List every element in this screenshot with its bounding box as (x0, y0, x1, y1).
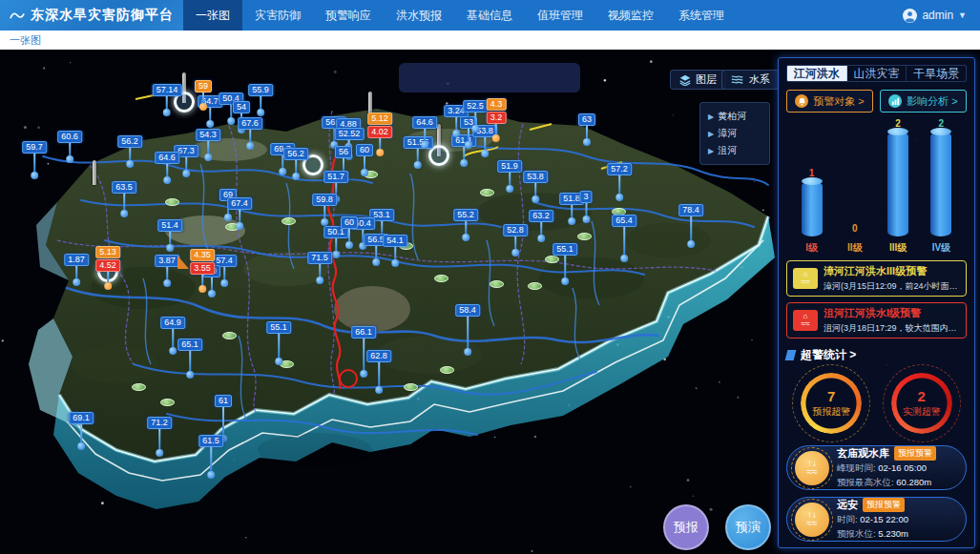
water-level-marker[interactable]: 59.8 (312, 194, 337, 226)
water-level-marker[interactable]: 59.7 (22, 141, 47, 179)
marker-stem-icon (534, 183, 536, 196)
reservoir-icon (490, 280, 504, 288)
water-level-marker[interactable]: 71.5 (307, 252, 332, 284)
tab-山洪灾害[interactable]: 山洪灾害 (847, 66, 907, 81)
water-level-marker[interactable]: 55.1 (553, 243, 577, 285)
nav-item[interactable]: 基础信息 (454, 0, 525, 31)
water-level-marker[interactable]: 56.2 (117, 135, 142, 168)
water-level-marker[interactable]: 55.1 (266, 321, 291, 365)
layers-button[interactable]: 图层 (670, 70, 726, 90)
water-level-marker[interactable]: 52.8 (503, 224, 528, 256)
marker-stem-icon (364, 156, 365, 170)
monitoring-tower (93, 160, 96, 185)
station-card[interactable]: ↑↓≈≈玄庙观水库预报预警峰现时间: 02-16 05:00预报最高水位: 60… (786, 445, 967, 490)
water-level-marker[interactable]: 78.4 (678, 204, 703, 248)
water-level-marker[interactable]: 64.6 (412, 116, 437, 149)
warning-card[interactable]: ⌂≈≈漳河江河洪水III级预警漳河(3月15日12:09，前24小时面雨量230… (786, 260, 967, 297)
water-level-marker[interactable]: 52.5 (463, 100, 488, 133)
water-level-value: 58.4 (455, 304, 480, 317)
marker-pin-icon (452, 130, 460, 137)
water-level-marker[interactable]: 67.4 (227, 197, 252, 230)
nav-item[interactable]: 预警响应 (313, 0, 384, 31)
water-level-marker[interactable]: 3.87 (155, 255, 179, 287)
water-level-marker[interactable]: 65.4 (612, 215, 636, 262)
water-level-marker[interactable]: 54.3 (196, 129, 220, 161)
marker-stem-icon (571, 205, 573, 218)
water-level-marker[interactable]: 55.2 (453, 209, 478, 241)
marker-pin-icon (31, 172, 38, 179)
marker-pin-icon (568, 217, 575, 225)
water-level-marker[interactable]: 60 (341, 216, 358, 249)
nav-item[interactable]: 洪水预报 (384, 0, 454, 31)
marker-stem-icon (207, 141, 209, 154)
tab-干旱场景[interactable]: 干旱场景 (907, 66, 966, 81)
nav-item[interactable]: 一张图 (183, 0, 242, 31)
river-menu-item[interactable]: ▶黄柏河 (708, 108, 761, 125)
warning-card[interactable]: ⌂≈≈沮河江河洪水I级预警沮河(3月18日17:29，较大范围内前24小时雨..… (786, 302, 967, 339)
triangle-right-icon: ▶ (708, 130, 714, 138)
app-header: 东深水旱灾害防御平台 一张图灾害防御预警响应洪水预报基础信息值班管理视频监控系统… (0, 0, 980, 31)
water-level-marker[interactable]: 67.6 (238, 117, 262, 150)
marker-stem-icon (463, 147, 465, 160)
stats-header[interactable]: 超警统计 > (786, 347, 967, 363)
user-avatar-icon (903, 9, 917, 23)
water-level-marker[interactable]: 62.8 (366, 350, 391, 394)
nav-item[interactable]: 灾害防御 (242, 0, 313, 31)
marker-stem-icon (319, 264, 321, 277)
water-level-marker[interactable]: 63 (578, 113, 595, 146)
alert-level-marker[interactable]: 5.124.02 (367, 113, 392, 156)
breadcrumb-item[interactable]: 一张图 (10, 33, 41, 48)
water-level-marker[interactable]: 55.9 (248, 84, 273, 116)
chart-bar-column: 1I级 (793, 168, 831, 255)
tab-江河洪水[interactable]: 江河洪水 (787, 66, 847, 81)
water-level-marker[interactable]: 63.5 (112, 181, 136, 217)
water-level-marker[interactable]: 56.2 (283, 148, 308, 180)
river-menu-item[interactable]: ▶漳河 (708, 125, 761, 142)
water-level-marker[interactable]: 57.2 (607, 163, 632, 201)
water-level-marker[interactable]: 63.2 (529, 210, 553, 242)
alert-level-marker[interactable]: 5.134.52 (95, 246, 120, 290)
alert-level-marker[interactable]: 59 (195, 80, 212, 111)
forecast-button[interactable]: 预报 (663, 504, 709, 550)
water-level-marker[interactable]: 71.2 (147, 417, 172, 457)
water-level-marker[interactable]: 69.1 (69, 412, 94, 450)
station-cards: ↑↓≈≈玄庙观水库预报预警峰现时间: 02-16 05:00预报最高水位: 60… (786, 445, 967, 542)
water-level-marker[interactable]: 65.1 (177, 339, 202, 379)
water-level-value: 56.2 (117, 135, 142, 148)
water-level-marker[interactable]: 53.8 (523, 171, 548, 203)
water-level-marker[interactable]: 61.5 (198, 435, 223, 479)
water-level-marker[interactable]: 60.6 (57, 131, 82, 163)
nav-item[interactable]: 值班管理 (525, 0, 595, 31)
water-level-marker[interactable]: 58.4 (455, 304, 480, 356)
water-level-marker[interactable]: 57.14 (153, 84, 182, 116)
marker-pin-icon (464, 348, 471, 356)
marker-pin-icon (236, 222, 243, 230)
map-canvas[interactable]: 图层 水系 ▶黄柏河▶漳河▶沮河 57.1455.964.750.45467.6… (0, 50, 980, 554)
user-menu[interactable]: admin ▼ (889, 0, 980, 31)
water-level-value: 57.14 (153, 84, 182, 96)
marker-stem-icon (210, 447, 212, 472)
water-level-marker[interactable]: 3 (579, 191, 592, 223)
marker-pin-icon (620, 255, 628, 262)
rehearsal-button[interactable]: 预演 (725, 504, 771, 550)
water-level-marker[interactable]: 51.4 (157, 219, 182, 252)
station-card[interactable]: ↑↓≈≈远安预报预警时间: 02-15 22:00预报水位: 5.230m (786, 497, 967, 542)
marker-stem-icon (189, 351, 191, 372)
water-system-button[interactable]: 水系 (721, 70, 780, 90)
water-level-marker[interactable]: 54.1 (383, 235, 407, 267)
water-level-marker[interactable]: 64.6 (155, 152, 179, 184)
alert-level-marker[interactable]: 4.33.2 (487, 98, 507, 142)
alert-level-marker[interactable]: 4.353.55 (190, 249, 215, 293)
chart-cylinder-bar (930, 132, 951, 236)
chart-bar-column: 2III级 (879, 118, 917, 255)
panel-button[interactable]: 影响分析 > (880, 90, 967, 113)
section-marker-icon (785, 350, 797, 360)
nav-item[interactable]: 视频监控 (595, 0, 666, 31)
station-detail-value: 60.280m (896, 477, 931, 487)
water-level-marker[interactable]: 1.87 (64, 254, 89, 286)
river-menu: ▶黄柏河▶漳河▶沮河 (699, 102, 770, 165)
water-level-marker[interactable]: 51.9 (497, 160, 522, 193)
river-menu-item[interactable]: ▶沮河 (708, 142, 761, 159)
nav-item[interactable]: 系统管理 (666, 0, 737, 31)
panel-button[interactable]: 预警对象 > (786, 90, 873, 113)
